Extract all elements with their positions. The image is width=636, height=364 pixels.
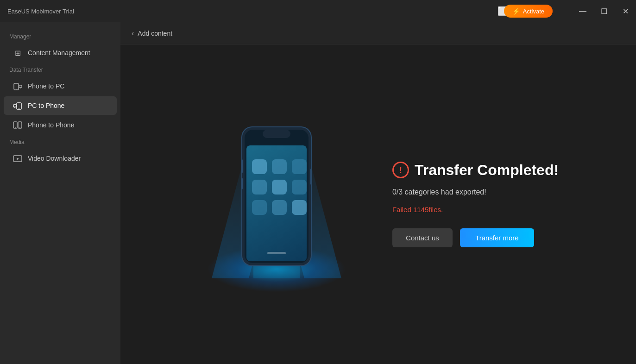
- sub-header: ‹ Add content: [120, 22, 636, 44]
- video-downloader-icon: [13, 154, 22, 163]
- back-arrow-icon[interactable]: ‹: [132, 29, 134, 38]
- phone-to-pc-icon: [13, 82, 22, 91]
- result-actions: Contact us Transfer more: [392, 228, 559, 247]
- svg-point-4: [19, 108, 19, 109]
- svg-rect-19: [272, 180, 287, 195]
- svg-rect-5: [13, 105, 16, 107]
- svg-rect-27: [310, 169, 312, 185]
- main-layout: Manager ⊞ Content Management Data Transf…: [0, 22, 636, 364]
- sidebar: Manager ⊞ Content Management Data Transf…: [0, 22, 120, 364]
- failed-files-link[interactable]: Failed 1145files.: [392, 206, 559, 213]
- pc-to-phone-icon: [13, 101, 22, 110]
- svg-rect-17: [292, 159, 307, 174]
- svg-rect-25: [241, 159, 243, 173]
- contact-us-button[interactable]: Contact us: [392, 228, 453, 247]
- app-title: EaseUS Mobimover Trial: [7, 8, 74, 15]
- window-controls: — ☐ ✕: [572, 0, 636, 22]
- svg-point-7: [15, 127, 16, 128]
- transfer-more-button[interactable]: Transfer more: [460, 228, 534, 247]
- phone-to-phone-icon: [13, 120, 22, 130]
- sidebar-item-phone-to-pc[interactable]: Phone to PC: [4, 77, 117, 95]
- maximize-button[interactable]: ☐: [593, 0, 615, 22]
- result-title: ! Transfer Completed!: [392, 162, 559, 179]
- svg-rect-20: [292, 180, 307, 195]
- warning-icon: !: [392, 162, 409, 178]
- svg-rect-16: [272, 159, 287, 174]
- close-button[interactable]: ✕: [615, 0, 636, 22]
- data-transfer-section-label: Data Transfer: [0, 63, 120, 76]
- svg-rect-21: [252, 200, 267, 215]
- sidebar-item-phone-to-phone[interactable]: Phone to Phone: [4, 116, 117, 134]
- svg-rect-26: [241, 178, 243, 189]
- svg-rect-18: [252, 180, 267, 195]
- sidebar-item-label: Phone to Phone: [28, 121, 74, 129]
- sidebar-item-content-management[interactable]: ⊞ Content Management: [4, 44, 117, 62]
- content-mgmt-icon: ⊞: [13, 48, 22, 57]
- svg-rect-14: [263, 130, 290, 138]
- svg-point-1: [16, 89, 17, 90]
- sidebar-item-label: Video Downloader: [28, 155, 81, 162]
- svg-rect-24: [267, 252, 286, 254]
- phone-svg: [237, 122, 316, 272]
- sidebar-item-pc-to-phone[interactable]: PC to Phone: [4, 96, 117, 115]
- sidebar-item-video-downloader[interactable]: Video Downloader: [4, 149, 117, 168]
- transfer-content: ! Transfer Completed! 0/3 categories had…: [120, 44, 636, 364]
- activate-button[interactable]: ⚡ Activate: [504, 5, 553, 18]
- manager-section-label: Manager: [0, 30, 120, 43]
- lightning-icon: ⚡: [512, 7, 520, 15]
- sidebar-item-label: Phone to PC: [28, 82, 64, 90]
- svg-point-9: [19, 127, 20, 128]
- svg-rect-15: [252, 159, 267, 174]
- svg-rect-2: [19, 85, 22, 88]
- sidebar-item-label: PC to Phone: [28, 102, 64, 109]
- minimize-button[interactable]: —: [572, 0, 593, 22]
- titlebar: EaseUS Mobimover Trial ⬜ | 👔 ⬇ ⚡ Activat…: [0, 0, 636, 22]
- sidebar-item-label: Content Management: [28, 49, 90, 56]
- content-area: ‹ Add content: [120, 22, 636, 364]
- svg-rect-23: [292, 200, 307, 215]
- sub-header-title: Add content: [138, 30, 172, 37]
- media-section-label: Media: [0, 135, 120, 148]
- result-subtitle: 0/3 categories had exported!: [392, 188, 559, 196]
- phone-illustration: [198, 107, 355, 301]
- svg-rect-22: [272, 200, 287, 215]
- result-panel: ! Transfer Completed! 0/3 categories had…: [392, 162, 559, 247]
